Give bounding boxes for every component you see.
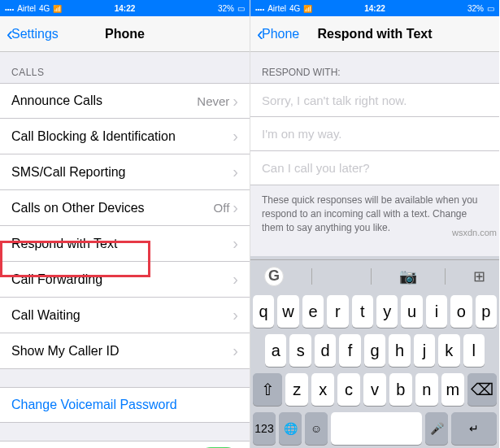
placeholder-text: I'm on my way. — [262, 127, 341, 141]
key-s[interactable]: s — [289, 334, 311, 367]
back-label: Phone — [262, 27, 299, 41]
separator — [311, 268, 312, 285]
carrier-label: Airtel — [17, 4, 36, 13]
key-z[interactable]: z — [285, 373, 308, 406]
key-e[interactable]: e — [302, 295, 324, 328]
keyboard-row-4: 123 🌐 ☺ 🎤 ↵ — [250, 409, 499, 448]
row-change-voicemail-password[interactable]: Change Voicemail Password — [0, 387, 250, 423]
status-bar: Airtel 4G 14:22 32% — [250, 0, 499, 16]
signal-icon — [255, 4, 264, 13]
key-shift[interactable]: ⇧ — [253, 373, 282, 406]
camera-icon[interactable]: 📷 — [399, 267, 417, 285]
row-dial-assist: Dial Assist — [0, 441, 250, 448]
key-r[interactable]: r — [327, 295, 348, 328]
back-button[interactable]: ‹ Settings — [7, 24, 59, 44]
key-c[interactable]: c — [337, 373, 360, 406]
chevron-right-icon: › — [233, 270, 238, 289]
response-input-3[interactable]: Can I call you later? — [250, 151, 499, 185]
chevron-right-icon: › — [233, 341, 238, 360]
chevron-right-icon: › — [233, 92, 238, 111]
nav-bar: ‹ Settings Phone — [0, 16, 250, 52]
status-bar: Airtel 4G 14:22 32% — [0, 0, 250, 16]
key-v[interactable]: v — [363, 373, 386, 406]
separator — [445, 268, 446, 285]
network-label: 4G — [39, 4, 50, 13]
row-label: Call Waiting — [11, 308, 80, 323]
key-emoji[interactable]: ☺ — [305, 412, 328, 445]
keyboard: G 📷 ⊞ q w e r t y u i o p a — [250, 256, 499, 448]
key-w[interactable]: w — [277, 295, 298, 328]
wifi-icon — [53, 4, 62, 13]
key-b[interactable]: b — [389, 373, 412, 406]
gif-icon[interactable]: ⊞ — [473, 267, 485, 285]
row-label: SMS/Call Reporting — [11, 165, 126, 180]
row-value: Never — [197, 94, 229, 108]
battery-label: 32% — [218, 4, 234, 13]
section-header-respond: RESPOND WITH: — [250, 52, 499, 83]
chevron-right-icon: › — [233, 127, 238, 146]
placeholder-text: Sorry, I can't talk right now. — [262, 94, 407, 107]
key-o[interactable]: o — [450, 295, 472, 328]
highlight-box — [0, 241, 150, 277]
section-header-calls: CALLS — [0, 60, 250, 83]
google-icon[interactable]: G — [264, 267, 284, 286]
row-call-blocking[interactable]: Call Blocking & Identification › — [0, 119, 250, 154]
key-n[interactable]: n — [415, 373, 438, 406]
key-globe[interactable]: 🌐 — [279, 412, 302, 445]
key-mic[interactable]: 🎤 — [425, 412, 448, 445]
row-calls-other-devices[interactable]: Calls on Other Devices Off› — [0, 190, 250, 226]
signal-icon — [5, 4, 14, 13]
key-p[interactable]: p — [476, 295, 497, 328]
key-t[interactable]: t — [352, 295, 373, 328]
keyboard-toolbar: G 📷 ⊞ — [250, 259, 499, 292]
row-sms-reporting[interactable]: SMS/Call Reporting › — [0, 154, 250, 190]
keyboard-row-2: a s d f g h j k l — [250, 331, 499, 370]
response-input-1[interactable]: Sorry, I can't talk right now. — [250, 83, 499, 117]
key-y[interactable]: y — [376, 295, 398, 328]
response-input-2[interactable]: I'm on my way. — [250, 117, 499, 151]
key-i[interactable]: i — [426, 295, 447, 328]
key-g[interactable]: g — [364, 334, 385, 367]
key-q[interactable]: q — [253, 295, 274, 328]
page-title: Phone — [105, 27, 145, 41]
row-label: Change Voicemail Password — [11, 398, 177, 412]
row-call-waiting[interactable]: Call Waiting › — [0, 298, 250, 333]
key-k[interactable]: k — [438, 334, 459, 367]
key-m[interactable]: m — [441, 373, 464, 406]
chevron-right-icon: › — [233, 306, 238, 324]
separator — [371, 268, 372, 285]
row-value: Off — [214, 201, 230, 215]
row-show-caller-id[interactable]: Show My Caller ID › — [0, 333, 250, 369]
suggestion-slot[interactable] — [340, 267, 344, 285]
phone-settings-pane: Airtel 4G 14:22 32% ‹ Settings Phone CAL… — [0, 0, 250, 448]
key-return[interactable]: ↵ — [451, 412, 497, 445]
key-d[interactable]: d — [315, 334, 336, 367]
carrier-label: Airtel — [267, 4, 286, 13]
nav-bar: ‹ Phone Respond with Text — [250, 16, 499, 52]
key-j[interactable]: j — [414, 334, 435, 367]
wifi-icon — [303, 4, 312, 13]
key-u[interactable]: u — [401, 295, 422, 328]
network-label: 4G — [289, 4, 300, 13]
row-label: Calls on Other Devices — [11, 201, 145, 215]
key-123[interactable]: 123 — [253, 412, 276, 445]
clock: 14:22 — [115, 4, 136, 13]
key-f[interactable]: f — [339, 334, 360, 367]
key-x[interactable]: x — [311, 373, 334, 406]
battery-icon — [237, 4, 245, 13]
chevron-right-icon: › — [233, 234, 238, 253]
key-a[interactable]: a — [265, 334, 286, 367]
battery-icon — [487, 4, 494, 13]
back-button[interactable]: ‹ Phone — [257, 24, 299, 44]
key-space[interactable] — [331, 412, 422, 445]
chevron-right-icon: › — [233, 163, 238, 181]
keyboard-row-3: ⇧ z x c v b n m ⌫ — [250, 370, 499, 409]
page-title: Respond with Text — [317, 27, 432, 41]
key-backspace[interactable]: ⌫ — [467, 373, 497, 406]
row-announce-calls[interactable]: Announce Calls Never› — [0, 83, 250, 119]
key-l[interactable]: l — [463, 334, 485, 367]
placeholder-text: Can I call you later? — [262, 161, 370, 175]
battery-label: 32% — [467, 4, 484, 13]
watermark: wsxdn.com — [452, 228, 497, 237]
key-h[interactable]: h — [389, 334, 410, 367]
